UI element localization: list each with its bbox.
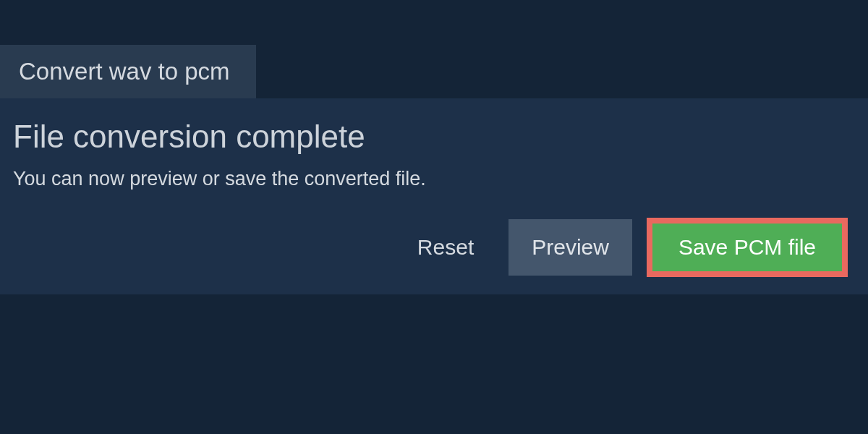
conversion-panel: File conversion complete You can now pre… (0, 98, 868, 294)
preview-button[interactable]: Preview (509, 219, 632, 276)
tab-convert-wav-to-pcm[interactable]: Convert wav to pcm (0, 45, 256, 98)
action-button-row: Reset Preview Save PCM file (13, 218, 855, 277)
tab-bar: Convert wav to pcm (0, 0, 868, 98)
save-pcm-button[interactable]: Save PCM file (647, 218, 848, 277)
tab-label: Convert wav to pcm (19, 58, 230, 85)
conversion-subtext: You can now preview or save the converte… (13, 168, 855, 190)
conversion-heading: File conversion complete (13, 119, 855, 155)
reset-button[interactable]: Reset (397, 222, 494, 273)
